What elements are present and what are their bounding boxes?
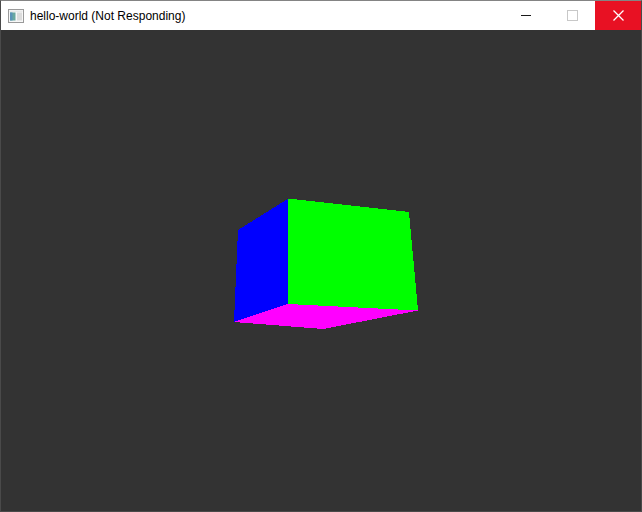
cube-render	[1, 30, 641, 511]
maximize-button[interactable]	[549, 1, 595, 30]
minimize-button[interactable]	[503, 1, 549, 30]
window-controls	[503, 1, 641, 30]
title-bar[interactable]: hello-world (Not Responding)	[1, 1, 641, 30]
app-icon	[8, 8, 24, 24]
minimize-icon	[521, 15, 531, 16]
close-icon	[613, 10, 624, 21]
opengl-viewport[interactable]	[1, 30, 641, 511]
close-button[interactable]	[595, 1, 641, 30]
cube-front-face	[288, 199, 418, 311]
app-window: hello-world (Not Responding)	[0, 0, 642, 512]
window-title: hello-world (Not Responding)	[30, 9, 503, 23]
cube-left-face	[234, 199, 289, 323]
maximize-icon	[567, 10, 578, 21]
